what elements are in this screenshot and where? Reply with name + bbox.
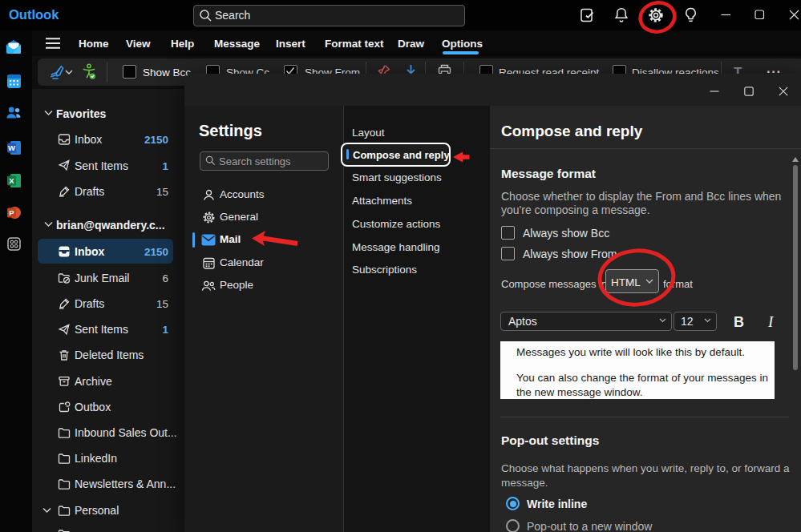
- svg-text:P: P: [9, 208, 14, 217]
- svg-text:W: W: [8, 143, 15, 152]
- svg-text:X: X: [9, 176, 14, 185]
